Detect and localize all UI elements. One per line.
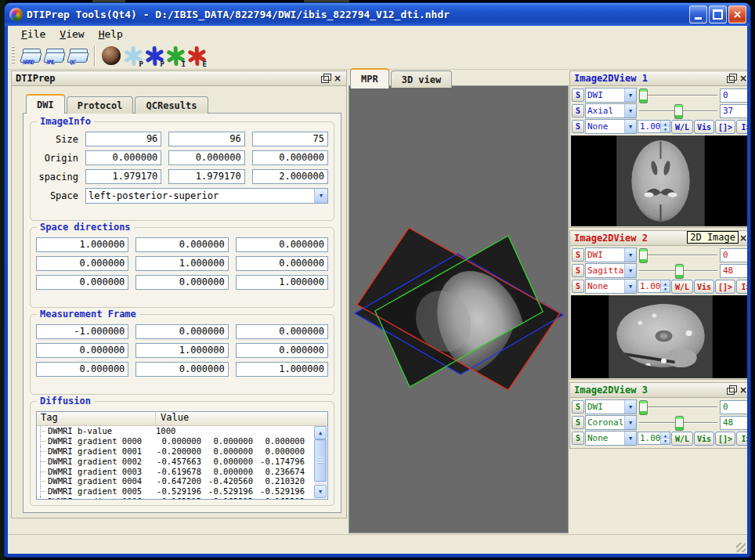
dtiprep-panel-header[interactable]: DTIPrep × (12, 71, 346, 86)
overlay-combo[interactable]: None ▼ (585, 119, 637, 134)
slider-handle[interactable] (675, 264, 684, 279)
float-icon[interactable] (724, 73, 737, 84)
volume-slider[interactable] (638, 248, 719, 262)
table-row[interactable]: DWMRI_gradient_0005 -0.529196 -0.529196 … (37, 486, 314, 497)
window-level-button[interactable]: W/L (671, 280, 693, 294)
value-field[interactable]: 96 (168, 132, 244, 146)
volume-index-field[interactable]: 0 (720, 400, 747, 414)
tab[interactable]: DWI (26, 94, 65, 114)
table-row[interactable]: DWMRI_b-value 1000 (37, 426, 314, 436)
value-field[interactable]: 1.979170 (85, 169, 161, 184)
spinner-arrows-icon[interactable]: ▲▼ (660, 280, 670, 292)
volume-index-field[interactable]: 0 (720, 89, 747, 103)
vertical-scrollbar[interactable]: ▲ ▼ (314, 426, 327, 498)
close-icon[interactable]: × (737, 73, 747, 84)
slider-handle[interactable] (675, 416, 684, 431)
sync-button[interactable]: S (572, 248, 584, 262)
intensity-button[interactable]: I> (736, 432, 747, 446)
matrix-cell[interactable]: 0.000000 (36, 362, 128, 377)
value-field[interactable]: 96 (85, 132, 161, 146)
overlay-combo[interactable]: None ▼ (585, 279, 637, 294)
slice-slider[interactable] (638, 264, 719, 277)
stop-star-button[interactable]: E (186, 45, 208, 67)
close-button[interactable]: × (728, 5, 746, 23)
viewer-tab[interactable]: 3D view (391, 70, 453, 88)
mpr-3d-viewport[interactable] (349, 85, 569, 533)
table-row[interactable]: DWMRI_gradient_0006 -0.163313 0.163313 -… (37, 497, 314, 499)
zoom-spinner[interactable]: 1.00 ▲▼ (638, 432, 670, 445)
slice-index-field[interactable]: 48 (720, 416, 747, 430)
matrix-cell[interactable]: 0.000000 (36, 343, 128, 358)
matrix-cell[interactable]: 0.000000 (236, 324, 328, 339)
chevron-down-icon[interactable]: ▼ (624, 400, 636, 414)
slice-slider[interactable] (638, 104, 719, 117)
matrix-cell[interactable]: 0.000000 (135, 362, 228, 377)
slice-index-field[interactable]: 48 (720, 264, 747, 278)
float-icon[interactable] (319, 73, 331, 84)
open-xml-button[interactable]: XML (43, 45, 67, 67)
matrix-cell[interactable]: -1.000000 (36, 324, 128, 339)
sync-button[interactable]: S (572, 432, 584, 445)
diffusion-table[interactable]: Tag Value DWMRI_b-value 1000 (36, 411, 328, 500)
slider-handle[interactable] (639, 89, 648, 103)
spinner-arrows-icon[interactable]: ▲▼ (660, 121, 670, 132)
slider-handle[interactable] (639, 248, 648, 263)
table-row[interactable]: DWMRI_gradient_0000 0.000000 0.000000 0.… (37, 436, 314, 446)
menu-item[interactable]: Help (92, 27, 130, 42)
slice-index-field[interactable]: 37 (720, 104, 747, 118)
chevron-down-icon[interactable]: ▼ (624, 104, 636, 117)
matrix-cell[interactable]: 0.000000 (36, 256, 128, 271)
value-field[interactable]: 0.000000 (85, 150, 161, 165)
scrollbar-thumb[interactable] (314, 439, 327, 482)
matrix-cell[interactable]: 0.000000 (135, 275, 228, 290)
slice-image[interactable] (571, 295, 747, 378)
zoom-spinner[interactable]: 1.00 ▲▼ (638, 120, 670, 133)
open-qc-button[interactable]: QC (67, 45, 90, 67)
value-field[interactable]: 0.000000 (252, 150, 328, 165)
volume-slider[interactable] (638, 400, 719, 414)
chevron-down-icon[interactable]: ▼ (314, 189, 327, 203)
matrix-cell[interactable]: 0.000000 (236, 343, 328, 358)
volume-combo[interactable]: DWI ▼ (585, 399, 637, 414)
protocol-star-button[interactable]: P (123, 45, 144, 67)
intensity-button[interactable]: I> (736, 120, 747, 134)
toolbar-grip[interactable] (12, 46, 15, 65)
slider-handle[interactable] (674, 104, 683, 119)
maximize-button[interactable] (709, 5, 727, 23)
slice-slider[interactable] (638, 416, 719, 429)
volume-index-field[interactable]: 0 (720, 248, 747, 262)
view-panel-header[interactable]: Image2DView 3 × (570, 383, 747, 398)
range-button[interactable]: []> (715, 432, 735, 446)
view-panel-header[interactable]: Image2DView 2 2D Image × (570, 231, 747, 246)
range-button[interactable]: []> (715, 280, 735, 294)
run-star-button[interactable]: I (165, 45, 186, 67)
sync-button[interactable]: S (572, 280, 584, 293)
visibility-button[interactable]: Vis (694, 432, 714, 446)
table-row[interactable]: DWMRI_gradient_0002 -0.457663 0.000000 -… (37, 456, 314, 466)
table-row[interactable]: DWMRI_gradient_0004 -0.647200 -0.420560 … (37, 476, 314, 486)
view-panel-header[interactable]: Image2DView 1 × (570, 71, 747, 86)
slice-image[interactable] (571, 135, 747, 226)
spinner-arrows-icon[interactable]: ▲▼ (660, 432, 670, 444)
matrix-cell[interactable]: 0.000000 (135, 237, 228, 252)
zoom-spinner[interactable]: 1.00 ▲▼ (638, 280, 670, 293)
slider-handle[interactable] (639, 400, 648, 415)
value-field[interactable]: 1.979170 (168, 169, 244, 184)
matrix-cell[interactable]: 1.000000 (236, 362, 328, 377)
sync-button[interactable]: S (572, 400, 584, 414)
volume-slider[interactable] (638, 89, 719, 102)
window-level-button[interactable]: W/L (671, 120, 693, 134)
scroll-down-icon[interactable]: ▼ (314, 485, 327, 498)
matrix-cell[interactable]: 1.000000 (36, 237, 128, 252)
column-header-tag[interactable]: Tag (37, 412, 156, 425)
visibility-button[interactable]: Vis (694, 280, 714, 294)
sphere-button[interactable] (99, 45, 123, 67)
sync-button[interactable]: S (572, 89, 584, 102)
menu-item[interactable]: File (14, 27, 52, 42)
value-field[interactable]: 75 (252, 132, 328, 146)
scroll-up-icon[interactable]: ▲ (314, 426, 327, 439)
chevron-down-icon[interactable]: ▼ (624, 264, 636, 277)
volume-combo[interactable]: DWI ▼ (585, 88, 637, 103)
matrix-cell[interactable]: 0.000000 (236, 237, 328, 252)
close-icon[interactable]: × (737, 385, 747, 396)
